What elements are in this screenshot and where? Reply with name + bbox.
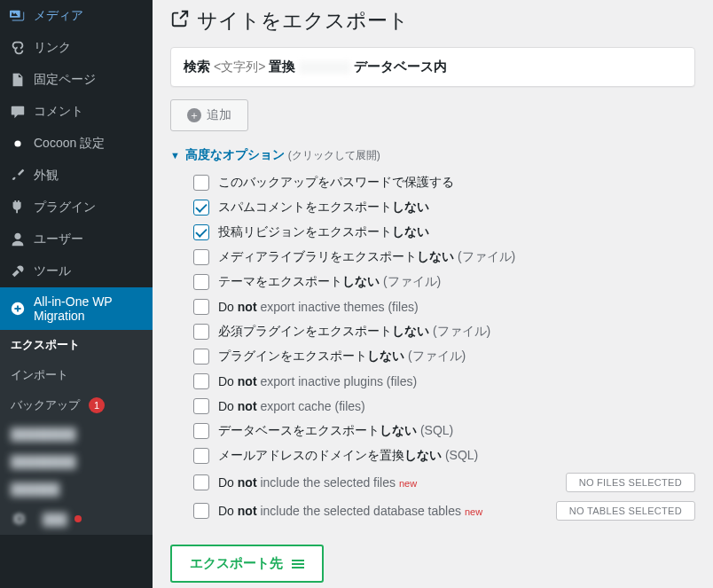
export-option: メールアドレスのドメインを置換しない (SQL) [193,443,695,468]
sidebar-item-cocoon[interactable]: Cocoon 設定 [0,128,153,160]
option-checkbox[interactable] [193,373,209,389]
sidebar-item-label: Cocoon 設定 [34,136,105,152]
search-string-hint: <文字列> [214,59,265,75]
option-label: データベースをエクスポートしない (SQL) [218,423,453,439]
submenu-import[interactable]: インポート [0,360,153,390]
export-option: メディアライブラリをエクスポートしない (ファイル) [193,245,695,270]
option-label: メールアドレスのドメインを置換しない (SQL) [218,448,478,464]
select-button[interactable]: NO FILES SELECTED [566,473,695,492]
advanced-title: 高度なオプション [185,147,285,161]
search-label: 検索 [184,59,210,75]
export-option: Do not export inactive plugins (files) [193,369,695,394]
add-label: 追加 [207,107,231,123]
page-icon [9,71,27,89]
option-checkbox[interactable] [193,474,209,490]
submenu-backup[interactable]: バックアップ 1 [0,390,153,420]
notification-dot [74,515,82,522]
backup-badge: 1 [89,397,105,413]
sidebar-item-plugins[interactable]: プラグイン [0,192,153,223]
export-option: 必須プラグインをエクスポートしない (ファイル) [193,319,695,344]
new-tag: new [399,478,417,489]
option-checkbox[interactable] [193,175,209,191]
option-label: テーマをエクスポートしない (ファイル) [218,274,441,290]
sidebar-item-tools[interactable]: ツール [0,255,153,287]
option-checkbox[interactable] [193,299,209,315]
sidebar-item-label: 固定ページ [34,72,96,88]
sidebar-item-label: メディア [34,8,83,24]
option-checkbox[interactable] [193,503,209,519]
sidebar-item-label: ツール [34,263,71,279]
submenu-hidden-3[interactable]: ██████ [0,475,153,503]
advanced-hint: (クリックして展開) [288,149,380,161]
option-checkbox[interactable] [193,349,209,365]
sidebar-item-label: ユーザー [34,231,83,247]
export-options-list: このバックアップをパスワードで保護するスパムコメントをエクスポートしない投稿リビ… [170,163,695,534]
ai1wm-submenu: エクスポート インポート バックアップ 1 ████████ ████████ … [0,330,153,535]
export-option: データベースをエクスポートしない (SQL) [193,419,695,443]
comment-icon [9,103,27,121]
submenu-backup-label: バックアップ [11,397,80,413]
option-label: スパムコメントをエクスポートしない [218,200,429,216]
svg-point-0 [14,140,20,146]
advanced-options-toggle[interactable]: ▼ 高度なオプション (クリックして展開) [170,147,695,163]
option-label: メディアライブラリをエクスポートしない (ファイル) [218,249,515,265]
sidebar-item-ai1wm[interactable]: All-in-One WP Migration [0,287,153,330]
option-label: 必須プラグインをエクスポートしない (ファイル) [218,324,490,340]
option-checkbox[interactable] [193,249,209,265]
sidebar-item-label: コメント [34,104,83,120]
menu-lines-icon [292,560,304,568]
sidebar-item-comments[interactable]: コメント [0,96,153,128]
link-icon [9,39,27,57]
user-icon [9,231,27,248]
submenu-hidden-2[interactable]: ████████ [0,448,153,475]
sidebar-item-users[interactable]: ユーザー [0,223,153,255]
export-option: プラグインをエクスポートしない (ファイル) [193,344,695,369]
submenu-export[interactable]: エクスポート [0,330,153,360]
triangle-down-icon: ▼ [170,150,180,161]
sidebar-item-links[interactable]: リンク [0,32,153,64]
option-checkbox[interactable] [193,398,209,414]
option-label: 投稿リビジョンをエクスポートしない [218,224,429,240]
media-icon [9,7,27,25]
export-option: Do not include the selected filesnewNO F… [193,468,695,497]
gear-icon [11,510,28,528]
option-checkbox[interactable] [193,324,209,340]
option-checkbox[interactable] [193,423,209,439]
option-label: Do not export cache (files) [218,399,365,413]
select-button[interactable]: NO TABLES SELECTED [556,501,695,521]
export-option: 投稿リビジョンをエクスポートしない [193,220,695,245]
submenu-hidden-1[interactable]: ████████ [0,420,153,448]
new-tag: new [465,506,482,517]
export-option: Do not export cache (files) [193,394,695,419]
sidebar-item-appearance[interactable]: 外観 [0,160,153,192]
sidebar-item-media[interactable]: メディア [0,0,153,32]
option-label: Do not export inactive plugins (files) [218,374,417,388]
export-option: テーマをエクスポートしない (ファイル) [193,270,695,294]
submenu-hidden-4[interactable]: ███ [0,503,153,535]
option-label: プラグインをエクスポートしない (ファイル) [218,349,466,365]
sidebar-item-label: All-in-One WP Migration [34,294,144,323]
export-icon [170,9,190,34]
page-title-text: サイトをエクスポート [197,7,409,35]
export-to-button[interactable]: エクスポート先 [170,545,324,583]
replace-value-redacted [299,61,350,74]
brush-icon [9,167,27,184]
sidebar-item-pages[interactable]: 固定ページ [0,64,153,96]
plugin-icon [9,199,27,216]
option-checkbox[interactable] [193,448,209,464]
migration-icon [9,300,27,318]
option-label: このバックアップをパスワードで保護する [218,175,454,191]
plus-icon: ＋ [187,108,201,122]
admin-sidebar: メディア リンク 固定ページ コメント Cocoon 設定 外観 プラグイン ユ… [0,0,153,588]
option-label: Do not export inactive themes (files) [218,300,419,314]
search-replace-bar[interactable]: 検索 <文字列> 置換 データベース内 [170,47,695,87]
export-option: Do not include the selected database tab… [193,497,695,525]
export-btn-label: エクスポート先 [190,555,283,572]
option-checkbox[interactable] [193,224,209,240]
option-checkbox[interactable] [193,274,209,290]
wrench-icon [9,263,27,280]
sidebar-item-label: 外観 [34,168,59,184]
add-button[interactable]: ＋ 追加 [170,99,248,131]
option-checkbox[interactable] [193,200,209,216]
export-option: Do not export inactive themes (files) [193,294,695,319]
